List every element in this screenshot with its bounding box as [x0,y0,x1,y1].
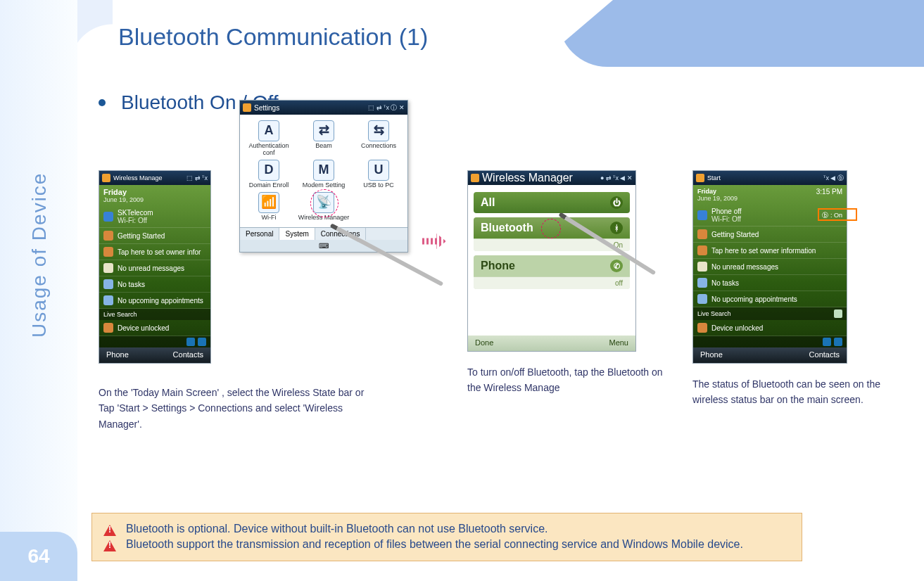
status-icons: ⬚ ⇄ ᵀx [186,174,208,181]
wifi-icon: 📶 [258,192,279,213]
bt-tray-icon [823,338,831,346]
screenshot-settings: Settings ⬚ ⇄ ᵀx ⓘ ✕ AAuthentication conf… [239,100,408,253]
wm-all-row[interactable]: All ⏻ [474,192,630,213]
carrier-icon [697,210,707,220]
screenshot-wireless-manager: Wireless Manager ● ⇄ ᵀx ◀ ✕ All ⏻ Blueto… [467,170,636,352]
signal-tray-icon [834,338,842,346]
wm-softkeys: Done Menu [468,336,635,351]
titlebar: Start ᵀx ◀ ⓑ [693,171,847,185]
carrier-icon [103,212,113,222]
settings-item[interactable]: AAuthentication conf [243,120,295,157]
section-label: Usage of Device [28,172,51,338]
auth-icon: A [258,120,279,141]
bullet-dot-icon [99,99,106,106]
notes-box: Bluetooth is optional. Device without bu… [91,513,802,561]
signal-tray-icon [198,338,206,346]
start-icon [696,174,704,182]
start-icon [243,103,251,112]
settings-item[interactable]: ⇄Beam [298,120,350,157]
settings-item[interactable]: DDomain Enroll [243,160,295,189]
warning-icon [103,540,116,551]
today-body: FridayJune 19, 2009 SKTelecomWi-Fi: Off … [99,185,210,347]
screenshots-row: Wireless Manage ⬚ ⇄ ᵀx FridayJune 19, 20… [99,135,924,432]
content-area: Bluetooth On / Off Wireless Manage ⬚ ⇄ ᵀ… [99,91,924,581]
search-icon [834,309,842,318]
tab-personal[interactable]: Personal [240,228,279,240]
start-icon [471,174,479,182]
settings-tabs: Personal System Connections [240,227,407,240]
status-icons: ● ⇄ ᵀx ◀ ✕ [600,174,633,181]
start-icon [102,174,110,182]
highlight-box [818,208,857,221]
left-sidebar: Usage of Device 64 [0,0,77,581]
highlight-circle [541,219,561,238]
beam-icon: ⇄ [313,120,334,141]
note-text: Bluetooth support the transmission and r… [126,538,743,551]
arrow-icon [422,234,446,249]
page-title: Bluetooth Communication (1) [113,16,428,51]
settings-item[interactable]: UUSB to PC [353,160,405,189]
status-icons: ᵀx ◀ ⓑ [823,174,844,183]
settings-item-wireless-manager[interactable]: 📡 Wireless Manager [298,192,350,222]
bt-tray-icon [186,338,195,346]
settings-item[interactable]: MModem Setting [298,160,350,189]
settings-item[interactable]: 📶Wi-Fi [243,192,295,222]
screenshot-today-1: Wireless Manage ⬚ ⇄ ᵀx FridayJune 19, 20… [99,170,211,364]
caption-3: The status of Bluetooth can be seen on t… [692,376,897,408]
wm-bluetooth-row[interactable]: Bluetoothᚼ On [474,217,630,251]
softkeys: Phone Contacts [693,347,847,363]
bluetooth-icon: ᚼ [610,222,623,234]
usb-icon: U [368,160,389,181]
sip-icon[interactable]: ⌨ [240,240,407,252]
title-bar: Bluetooth Communication (1) [77,0,924,67]
warning-icon [103,525,116,536]
caption-2: To turn on/off Bluetooth, tap the Blueto… [467,364,671,396]
note-text: Bluetooth is optional. Device without bu… [126,523,548,535]
today-body: FridayJune 19, 2009 3:15 PM Phone offWi-… [693,185,847,347]
modem-icon: M [313,160,334,181]
highlight-circle [310,189,338,217]
bullet-heading: Bluetooth On / Off [99,91,924,114]
power-icon: ⏻ [610,196,623,209]
domain-icon: D [258,160,279,181]
settings-item[interactable]: ⇆Connections [353,120,405,157]
page-number: 64 [0,532,77,581]
clock: 3:15 PM [816,188,842,196]
settings-titlebar: Settings ⬚ ⇄ ᵀx ⓘ ✕ [240,101,407,115]
caption-1: On the 'Today Main Screen' , select the … [99,385,366,432]
screenshot-today-3: Start ᵀx ◀ ⓑ FridayJune 19, 2009 3:15 PM… [692,170,847,364]
connections-icon: ⇆ [368,120,389,141]
tab-system[interactable]: System [279,228,315,240]
title-curve [77,0,113,67]
phone-icon: ✆ [610,260,623,272]
tab-connections[interactable]: Connections [315,228,367,240]
wm-phone-row[interactable]: Phone✆ off [474,255,630,289]
status-icons: ⬚ ⇄ ᵀx ⓘ ✕ [368,103,405,113]
softkeys: Phone Contacts [99,347,210,363]
settings-grid: AAuthentication conf ⇄Beam ⇆Connections … [240,115,407,227]
wm-titlebar: Wireless Manager ● ⇄ ᵀx ◀ ✕ [468,171,635,185]
titlebar: Wireless Manage ⬚ ⇄ ᵀx [99,171,210,185]
